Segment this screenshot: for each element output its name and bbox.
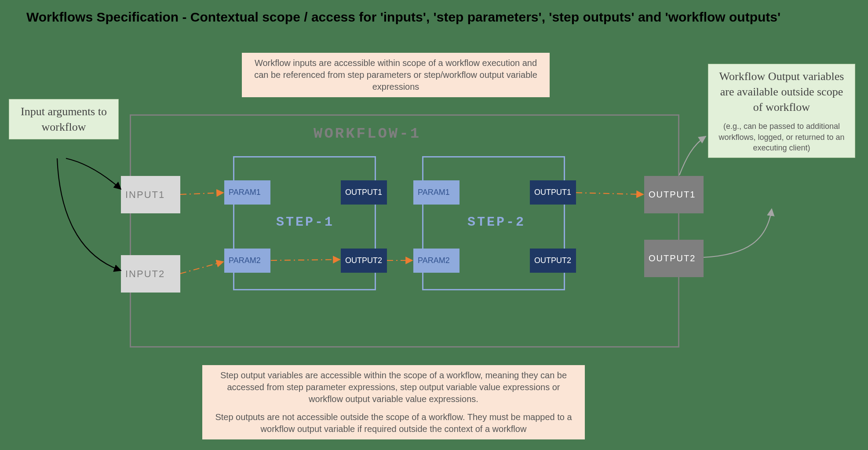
workflow-title: WORKFLOW-1 [314,125,421,142]
step-1-title: STEP-1 [276,215,334,230]
arrow-inputnote-to-input1 [66,158,121,189]
step-2-title: STEP-2 [467,215,525,230]
workflow-input-2: INPUT2 [121,255,180,293]
workflow-input-1: INPUT1 [121,176,180,213]
arrow-wfoutput1-to-rightnote [679,136,706,175]
step-1-output-2: OUTPUT2 [341,249,387,273]
step-2-param-2: PARAM2 [413,249,460,273]
step-output-scope-note: Step output variables are accessible wit… [202,365,585,439]
step-2-param-1: PARAM1 [413,180,460,205]
workflow-output-note-sub: (e.g., can be passed to additional workf… [715,121,848,153]
arrow-wfoutput2-to-rightnote [704,209,772,257]
input-arguments-note: Input arguments to workflow [9,99,119,139]
workflow-container: WORKFLOW-1 [130,114,679,348]
page-title: Workflows Specification - Contextual sco… [26,10,780,25]
step-2-output-2: OUTPUT2 [530,249,576,273]
step-output-scope-note-p2: Step outputs are not accessible outside … [211,411,576,435]
workflow-output-note: Workflow Output variables are available … [708,64,855,158]
step-1-output-1: OUTPUT1 [341,180,387,205]
workflow-output-note-main: Workflow Output variables are available … [715,69,848,115]
step-2-output-1: OUTPUT1 [530,180,576,205]
workflow-inputs-note: Workflow inputs are accessible within sc… [242,53,550,97]
workflow-output-1: OUTPUT1 [644,176,704,213]
step-1-param-2: PARAM2 [224,249,270,273]
arrow-inputnote-to-input2 [57,158,121,271]
workflow-output-2: OUTPUT2 [644,240,704,277]
step-output-scope-note-p1: Step output variables are accessible wit… [211,370,576,405]
step-1-param-1: PARAM1 [224,180,270,205]
